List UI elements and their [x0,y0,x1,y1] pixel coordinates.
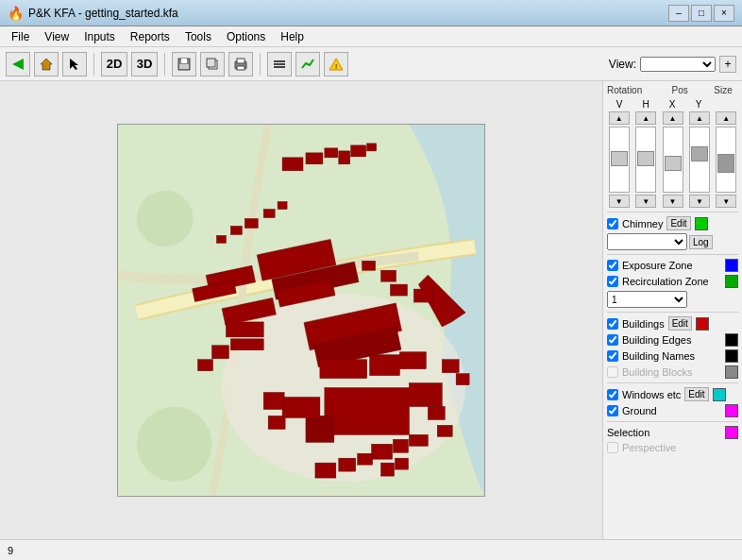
toolbar-cursor[interactable] [62,52,87,76]
svg-rect-45 [372,444,393,459]
exposure-zone-color[interactable] [725,259,738,272]
perspective-row: Perspective [607,442,738,453]
view-label: View: [609,58,636,71]
svg-point-68 [137,406,212,482]
menu-help[interactable]: Help [273,28,312,45]
buildings-color[interactable] [696,317,709,331]
recirculation-select[interactable]: 1 [607,291,687,308]
slider-size-track[interactable] [716,127,736,193]
slider-h-track[interactable] [635,127,656,193]
toolbar-print[interactable] [228,52,253,76]
svg-rect-22 [351,145,366,157]
svg-rect-23 [367,144,377,151]
menu-view[interactable]: View [37,28,76,45]
perspective-checkbox[interactable] [607,442,618,453]
chimney-label: Chimney [622,218,663,229]
ground-row: Ground [607,404,738,417]
log-button[interactable]: Log [689,235,713,249]
slider-y-up[interactable]: ▲ [689,111,710,125]
app-icon: 🔥 [8,6,23,21]
slider-v-track[interactable] [609,127,630,193]
svg-rect-51 [245,219,258,229]
slider-size-up[interactable]: ▲ [716,111,736,125]
toolbar-copy[interactable] [200,52,225,76]
slider-x-down[interactable]: ▼ [663,195,683,208]
menu-inputs[interactable]: Inputs [76,28,123,45]
menu-tools[interactable]: Tools [177,28,219,45]
exposure-zone-checkbox[interactable] [607,260,618,271]
recirculation-zone-checkbox[interactable] [607,276,618,287]
building-blocks-color [725,365,738,379]
main-layout: Rotation Pos Size V H X Y ▲ ▼ ▲ [0,81,742,539]
map-svg [118,125,484,496]
menu-reports[interactable]: Reports [123,28,177,45]
svg-rect-62 [381,463,395,476]
slider-h: ▲ ▼ [633,111,657,208]
map-canvas[interactable] [117,124,485,497]
windows-etc-edit-button[interactable]: Edit [684,387,708,401]
view-add-button[interactable]: + [719,56,736,73]
svg-rect-41 [409,383,442,407]
slider-size-down[interactable]: ▼ [716,195,736,208]
chimney-edit-button[interactable]: Edit [666,216,690,230]
svg-rect-36 [320,360,367,379]
minimize-button[interactable]: – [668,5,689,22]
toolbar-3d[interactable]: 3D [131,52,158,76]
toolbar-house[interactable] [34,52,59,76]
right-panel: Rotation Pos Size V H X Y ▲ ▼ ▲ [602,81,742,539]
v-label: V [607,99,632,110]
toolbar-menu[interactable] [267,52,292,76]
svg-rect-7 [207,59,215,67]
selection-color[interactable] [725,426,738,439]
slider-y-down[interactable]: ▼ [689,195,710,208]
building-blocks-checkbox[interactable] [607,366,618,378]
building-names-color[interactable] [725,349,738,363]
rotation-label: Rotation [607,85,642,95]
slider-y-track[interactable] [689,127,710,193]
chimney-select[interactable] [607,233,687,250]
svg-text:!: ! [335,62,337,71]
view-select[interactable] [640,57,716,72]
chimney-checkbox[interactable] [607,218,618,229]
chimney-color[interactable] [695,217,708,230]
menu-bar: File View Inputs Reports Tools Options H… [0,26,742,47]
svg-rect-56 [442,360,459,373]
slider-x: ▲ ▼ [661,111,684,208]
perspective-label: Perspective [622,442,676,453]
close-button[interactable]: × [714,5,734,22]
toolbar-chart[interactable] [295,52,320,76]
toolbar-2d[interactable]: 2D [101,52,127,76]
menu-file[interactable]: File [4,28,37,45]
slider-h-down[interactable]: ▼ [635,195,656,208]
slider-x-track[interactable] [663,127,683,193]
buildings-checkbox[interactable] [607,318,618,330]
svg-rect-42 [282,398,320,418]
slider-x-up[interactable]: ▲ [663,111,683,125]
window-title: P&K KFA - getting_started.kfa [28,7,666,20]
status-value: 9 [8,545,13,556]
divider-3 [607,312,738,313]
buildings-edit-button[interactable]: Edit [668,316,692,331]
buildings-label: Buildings [622,318,665,330]
toolbar-save[interactable] [172,52,196,76]
ground-checkbox[interactable] [607,405,618,416]
toolbar-green-arrow[interactable] [6,52,30,76]
ground-color[interactable] [725,404,738,417]
svg-rect-63 [413,289,432,302]
building-edges-checkbox[interactable] [607,334,618,346]
slider-h-up[interactable]: ▲ [635,111,656,125]
svg-rect-64 [391,284,408,296]
slider-v-up[interactable]: ▲ [609,111,630,125]
svg-marker-2 [70,59,78,70]
building-names-checkbox[interactable] [607,350,618,362]
slider-v-down[interactable]: ▼ [609,195,630,208]
svg-rect-55 [278,202,287,210]
building-edges-color[interactable] [725,333,738,347]
toolbar-warning[interactable]: ! [324,52,348,76]
recirculation-zone-color[interactable] [725,275,738,288]
windows-etc-color[interactable] [713,388,726,401]
menu-options[interactable]: Options [219,28,273,45]
slider-size: ▲ ▼ [715,111,738,208]
maximize-button[interactable]: □ [691,5,712,22]
windows-etc-checkbox[interactable] [607,389,618,400]
